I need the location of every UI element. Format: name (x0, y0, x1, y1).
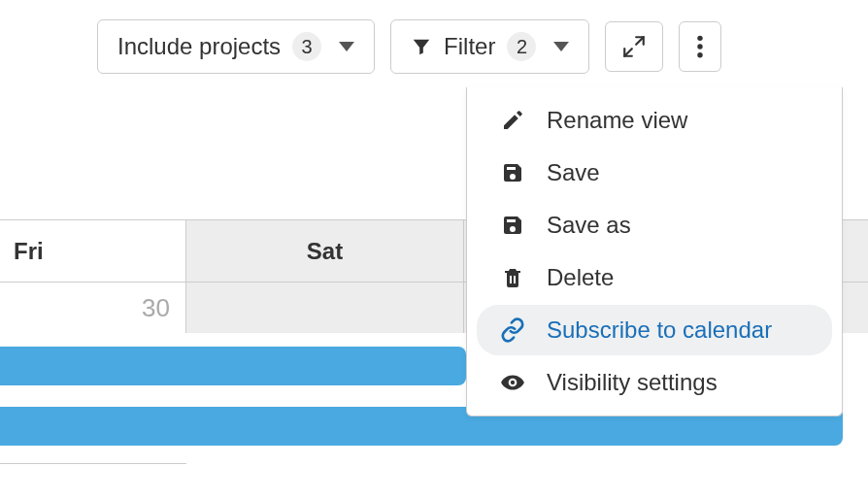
menu-item-delete[interactable]: Delete (477, 252, 832, 303)
menu-item-label: Rename view (547, 107, 687, 134)
chevron-down-icon (339, 42, 354, 51)
more-options-button[interactable] (679, 21, 721, 72)
toolbar: Include projects 3 Filter 2 (0, 0, 868, 93)
kebab-icon (695, 34, 705, 59)
save-icon (498, 214, 527, 237)
include-projects-button[interactable]: Include projects 3 (97, 19, 375, 74)
link-icon (498, 317, 527, 343)
date-cell-fri: 30 (0, 283, 186, 333)
menu-item-save-as[interactable]: Save as (477, 200, 832, 250)
svg-point-2 (698, 52, 703, 57)
save-icon (498, 161, 527, 184)
view-options-menu: Rename view Save Save as Delete Subscrib… (466, 87, 843, 416)
pencil-icon (498, 109, 527, 132)
expand-icon (621, 34, 647, 59)
day-header-sat: Sat (186, 220, 464, 283)
expand-button[interactable] (605, 21, 663, 72)
chevron-down-icon (553, 42, 569, 51)
include-projects-count: 3 (292, 32, 321, 61)
menu-item-subscribe[interactable]: Subscribe to calendar (477, 305, 832, 355)
filter-count: 2 (507, 32, 536, 61)
eye-icon (498, 370, 527, 395)
menu-item-label: Save (547, 159, 600, 186)
menu-item-rename[interactable]: Rename view (477, 95, 832, 146)
trash-icon (498, 266, 527, 289)
svg-point-1 (698, 44, 703, 49)
date-cell-sat (186, 283, 464, 333)
menu-item-visibility[interactable]: Visibility settings (477, 357, 832, 408)
menu-item-label: Save as (547, 212, 631, 239)
menu-item-label: Visibility settings (547, 369, 718, 396)
filter-button[interactable]: Filter 2 (390, 19, 589, 74)
funnel-icon (411, 36, 432, 57)
menu-item-label: Delete (547, 264, 614, 291)
include-projects-label: Include projects (117, 33, 281, 60)
calendar-event-bar[interactable] (0, 347, 466, 385)
svg-point-0 (698, 36, 703, 41)
menu-item-save[interactable]: Save (477, 148, 832, 198)
cell-divider (0, 463, 186, 464)
day-header-fri: Fri (0, 220, 186, 283)
filter-label: Filter (444, 33, 495, 60)
menu-item-label: Subscribe to calendar (547, 316, 772, 344)
